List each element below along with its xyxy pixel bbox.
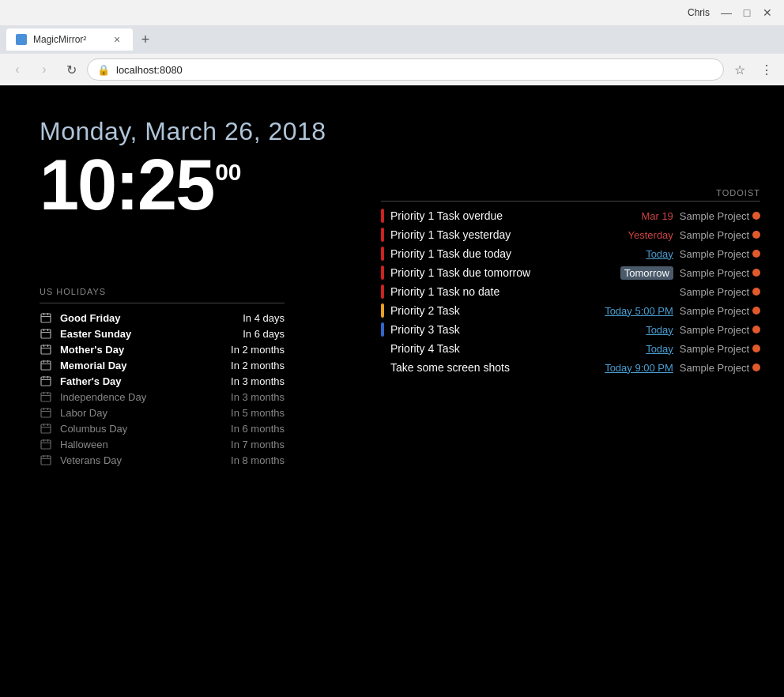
task-row: Priority 1 Task no date Sample Project xyxy=(381,282,760,301)
bookmark-button[interactable]: ☆ xyxy=(729,58,751,81)
holiday-row: Independence Day In 3 months xyxy=(40,390,285,403)
task-priority-bar xyxy=(381,360,384,375)
minimize-button[interactable]: — xyxy=(716,2,737,23)
address-bar: ‹ › ↻ 🔒 localhost:8080 ☆ ⋮ xyxy=(0,54,784,85)
holiday-name: Mother's Day xyxy=(60,344,223,356)
holiday-date: In 8 months xyxy=(231,454,285,466)
task-row: Priority 1 Task overdue Mar 19 Sample Pr… xyxy=(381,206,760,225)
calendar-icon xyxy=(40,327,52,340)
task-name: Priority 3 Task xyxy=(390,323,646,336)
holiday-row: Father's Day In 3 months xyxy=(40,375,285,387)
tab-close-button[interactable]: × xyxy=(111,33,123,46)
todoist-header: TODOIST xyxy=(381,188,760,198)
holidays-section: US HOLIDAYS Good Friday In 4 days xyxy=(40,287,285,469)
project-name: Sample Project xyxy=(680,248,749,260)
time-seconds: 00 xyxy=(215,159,241,186)
task-date: Today 5:00 PM xyxy=(605,305,673,317)
holiday-date: In 6 months xyxy=(231,423,285,435)
task-priority-bar xyxy=(381,247,384,261)
forward-button[interactable]: › xyxy=(33,58,55,81)
task-row: Priority 4 Task Today Sample Project xyxy=(381,339,760,358)
project-dot xyxy=(752,364,760,371)
address-input-wrap[interactable]: 🔒 localhost:8080 xyxy=(87,58,724,81)
project-name: Sample Project xyxy=(680,362,749,374)
task-date: Today xyxy=(646,343,673,355)
calendar-icon xyxy=(40,406,52,419)
task-row: Priority 2 Task Today 5:00 PM Sample Pro… xyxy=(381,301,760,320)
svg-rect-28 xyxy=(41,424,51,433)
task-priority-bar xyxy=(381,266,384,280)
new-tab-button[interactable]: + xyxy=(134,28,156,51)
holiday-name: Columbus Day xyxy=(60,423,223,435)
project-dot xyxy=(752,326,760,333)
holidays-header: US HOLIDAYS xyxy=(40,287,285,296)
task-project: Sample Project xyxy=(680,362,760,374)
title-bar: Chris — □ ✕ xyxy=(0,0,784,25)
task-row: Priority 1 Task yesterday Yesterday Samp… xyxy=(381,225,760,244)
back-button[interactable]: ‹ xyxy=(6,58,28,81)
address-text: localhost:8080 xyxy=(116,64,714,76)
task-row: Take some screen shots Today 9:00 PM Sam… xyxy=(381,358,760,377)
task-project: Sample Project xyxy=(680,343,760,355)
task-priority-bar xyxy=(381,209,384,223)
task-name: Take some screen shots xyxy=(390,361,605,374)
holiday-date: In 3 months xyxy=(231,391,285,403)
clock-section: Monday, March 26, 2018 10:25 00 xyxy=(40,117,326,220)
holiday-row: Mother's Day In 2 months xyxy=(40,343,285,356)
task-date: Mar 19 xyxy=(641,210,673,222)
holiday-row: Halloween In 7 months xyxy=(40,438,285,450)
holiday-date: In 5 months xyxy=(231,407,285,419)
task-priority-bar xyxy=(381,228,384,242)
holiday-row: Labor Day In 5 months xyxy=(40,406,285,419)
project-dot xyxy=(752,307,760,315)
project-dot xyxy=(752,288,760,296)
holidays-list: Good Friday In 4 days Easter Sunday In 6… xyxy=(40,311,285,466)
task-date: Today 9:00 PM xyxy=(605,362,673,374)
holiday-date: In 2 months xyxy=(231,360,285,371)
title-bar-user: Chris xyxy=(688,7,710,18)
calendar-icon xyxy=(40,438,52,450)
maximize-button[interactable]: □ xyxy=(737,2,757,23)
tab-favicon xyxy=(16,34,27,45)
task-project: Sample Project xyxy=(680,210,760,222)
task-date: Yesterday xyxy=(628,229,673,241)
project-dot xyxy=(752,345,760,352)
task-row: Priority 1 Task due tomorrow Tomorrow Sa… xyxy=(381,263,760,282)
holiday-row: Veterans Day In 8 months xyxy=(40,454,285,466)
task-priority-bar xyxy=(381,341,384,356)
task-project: Sample Project xyxy=(680,248,760,260)
svg-rect-16 xyxy=(41,377,51,386)
menu-button[interactable]: ⋮ xyxy=(756,58,778,81)
project-name: Sample Project xyxy=(680,305,749,317)
task-date: Tomorrow xyxy=(620,266,673,280)
svg-rect-24 xyxy=(41,409,51,417)
browser-tab[interactable]: MagicMirror² × xyxy=(6,28,133,51)
todoist-divider xyxy=(381,201,760,202)
holiday-row: Easter Sunday In 6 days xyxy=(40,327,285,340)
close-button[interactable]: ✕ xyxy=(757,2,778,23)
svg-rect-4 xyxy=(41,330,51,338)
task-name: Priority 4 Task xyxy=(390,342,646,355)
task-project: Sample Project xyxy=(680,286,760,298)
task-row: Priority 1 Task due today Today Sample P… xyxy=(381,244,760,263)
calendar-icon xyxy=(40,390,52,403)
project-name: Sample Project xyxy=(680,324,749,336)
holiday-row: Good Friday In 4 days xyxy=(40,311,285,324)
holiday-name: Memorial Day xyxy=(60,360,223,371)
calendar-icon xyxy=(40,454,52,466)
calendar-icon xyxy=(40,343,52,356)
browser-chrome: Chris — □ ✕ MagicMirror² × + ‹ › ↻ 🔒 loc… xyxy=(0,0,784,85)
holiday-row: Columbus Day In 6 months xyxy=(40,422,285,435)
task-name: Priority 1 Task due today xyxy=(390,247,646,260)
time-main: 10:25 xyxy=(40,149,213,220)
task-row: Priority 3 Task Today Sample Project xyxy=(381,320,760,339)
svg-rect-20 xyxy=(41,393,51,401)
holiday-date: In 2 months xyxy=(231,344,285,356)
date-display: Monday, March 26, 2018 xyxy=(40,117,326,146)
reload-button[interactable]: ↻ xyxy=(60,58,82,81)
task-priority-bar xyxy=(381,284,384,299)
holiday-name: Father's Day xyxy=(60,375,223,387)
project-name: Sample Project xyxy=(680,229,749,241)
svg-rect-8 xyxy=(41,345,51,354)
tasks-list: Priority 1 Task overdue Mar 19 Sample Pr… xyxy=(381,206,760,377)
